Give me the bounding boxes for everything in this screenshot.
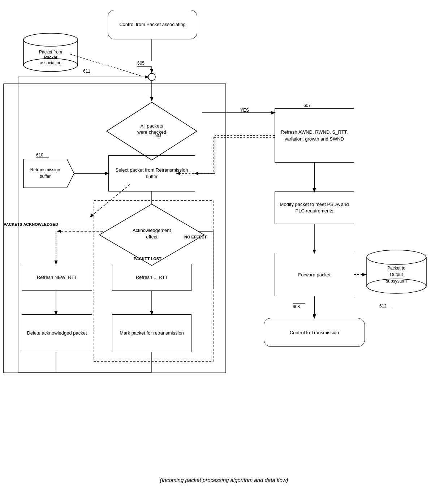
svg-text:Packet: Packet [44,55,57,60]
svg-point-2 [148,73,155,81]
forward-packet: Forward packet [275,253,354,296]
refresh-awnd: Refresh AWND, RWND, S_RTT, variation, gr… [275,108,354,163]
diagram-caption: (Incoming packet processing algorithm an… [0,473,448,490]
packet-lost-label: PACKET LOST [134,257,161,261]
packet-from-packet-association: Packet from Packet association [22,33,79,72]
label-607: 607 [303,103,316,109]
svg-point-30 [23,33,78,46]
svg-text:were checked: were checked [137,129,166,135]
packets-acknowledged-label: PACKETS ACKNOWLEDGED [4,222,58,227]
label-610: 610 [36,152,49,158]
no-label: NO [155,133,161,138]
select-packet: Select packet from Retransmission buffer [108,155,195,191]
svg-text:buffer: buffer [40,174,51,179]
label-611: 611 [83,69,90,74]
retransmission-buffer: Retransmission buffer [22,159,76,188]
svg-text:Acknowledgement: Acknowledgement [133,228,171,233]
delete-acknowledged-packet: Delete acknowledged packet [22,314,92,352]
svg-text:effect: effect [146,234,158,240]
refresh-l-rtt: Refresh L_RTT [112,264,191,291]
svg-text:Packet to: Packet to [387,266,405,271]
mark-packet-retransmission: Mark packet for retransmission [112,314,191,352]
svg-text:All packets: All packets [141,123,163,129]
control-from-packet-associating: Control from Packet associating [108,10,197,39]
no-effect-label: NO EFFECT [184,235,207,239]
label-612: 612 [379,303,392,309]
svg-text:Output: Output [390,272,403,277]
svg-text:Retransmission: Retransmission [30,167,60,172]
svg-text:subsystem: subsystem [386,279,406,284]
label-608: 608 [293,303,305,309]
control-to-transmission: Control to Transmission [264,318,365,347]
svg-text:association: association [40,60,61,65]
all-packets-checked-diamond: All packets were checked [105,100,199,162]
yes-label: YES [240,108,249,113]
packet-to-output-subsystem: Packet to Output subsystem [365,249,428,296]
svg-marker-38 [23,159,74,188]
modify-packet: Modify packet to meet PSDA and PLC requi… [275,191,354,224]
label-605: 605 [137,61,152,67]
svg-text:Packet from: Packet from [39,49,62,55]
svg-line-1 [70,54,141,76]
diagram: Control from Packet associating Packet f… [0,0,448,473]
svg-point-45 [367,250,426,264]
refresh-new-rtt: Refresh NEW_RTT [22,264,92,291]
